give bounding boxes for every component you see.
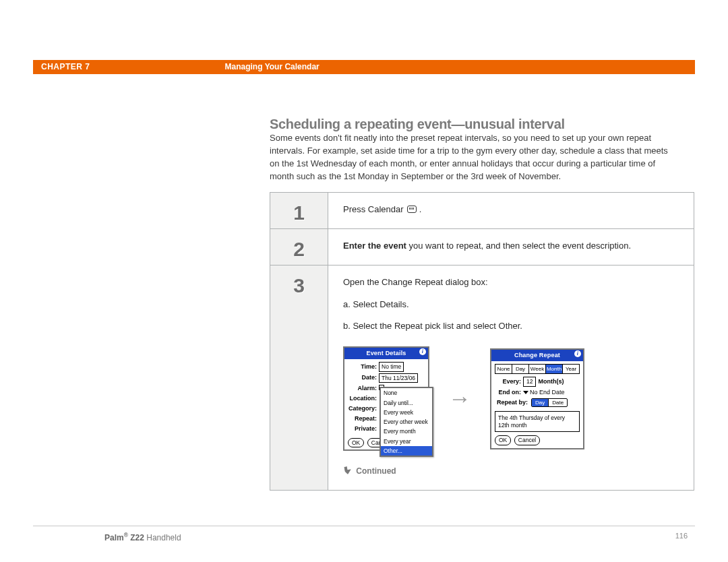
footer-brand: Palm® Z22 Handheld [104, 531, 181, 544]
continued-arrow-icon [343, 466, 351, 474]
page-number: 116 [675, 531, 688, 542]
step1-text-b: . [419, 204, 422, 214]
tab-month[interactable]: Month [546, 365, 563, 374]
lbl-repeat: Repeat: [348, 414, 379, 423]
step2-bold: Enter the event [343, 241, 406, 251]
repeat-tabs[interactable]: None Day Week Month Year [495, 364, 580, 375]
tab-none[interactable]: None [495, 365, 512, 374]
ok-button[interactable]: OK [495, 435, 511, 445]
chapter-label: CHAPTER 7 [41, 61, 90, 73]
event-details-screen: Event Details i Time:No time Date:Thu 11… [343, 346, 429, 451]
end-value[interactable]: No End Date [530, 388, 565, 397]
dd-otherweek[interactable]: Every other week [381, 417, 432, 427]
repeat-summary: The 4th Thursday of every 12th month [495, 411, 580, 432]
continued-label: Continued [343, 466, 679, 477]
ok-button[interactable]: OK [348, 438, 364, 447]
step3-line1: Open the Change Repeat dialog box: [343, 276, 679, 289]
dd-month[interactable]: Every month [381, 427, 432, 436]
step-1: 1 Press Calendar . [270, 193, 694, 229]
lbl-repeatby: Repeat by: [495, 398, 530, 407]
cancel-button[interactable]: Cancel [514, 435, 540, 445]
chapter-title: Managing Your Calendar [225, 61, 320, 73]
unit-label: Month(s) [538, 377, 564, 386]
lbl-location: Location: [348, 394, 379, 403]
lbl-date: Date: [348, 373, 379, 382]
change-repeat-title-text: Change Repeat [514, 352, 560, 358]
lbl-alarm: Alarm: [348, 384, 379, 393]
tab-week[interactable]: Week [529, 365, 546, 374]
chevron-down-icon[interactable] [523, 391, 528, 394]
event-details-title: Event Details i [344, 348, 428, 359]
model: Z22 [130, 533, 144, 542]
repeat-by-segment[interactable]: Day Date [531, 398, 568, 408]
section-intro: Some events don't fit neatly into the pr… [270, 132, 671, 183]
calendar-icon [407, 206, 417, 213]
every-value[interactable]: 12 [523, 377, 536, 386]
repeat-dropdown[interactable]: None Daily until... Every week Every oth… [380, 387, 433, 457]
lbl-every: Every: [495, 377, 523, 386]
change-repeat-body: None Day Week Month Year Every: 12 Month… [491, 361, 583, 436]
continued-text: Continued [356, 466, 396, 476]
screenshots-row: Event Details i Time:No time Date:Thu 11… [343, 346, 679, 451]
tab-year[interactable]: Year [563, 365, 579, 374]
steps-frame: 1 Press Calendar . 2 Enter the event you… [270, 192, 694, 491]
step-body: Enter the event you want to repeat, and … [328, 229, 694, 265]
step-number: 3 [270, 266, 328, 490]
lbl-private: Private: [348, 425, 379, 433]
step-body: Open the Change Repeat dialog box: a. Se… [328, 266, 694, 490]
dd-year[interactable]: Every year [381, 437, 432, 446]
chapter-header: CHAPTER 7 Managing Your Calendar [33, 60, 695, 74]
val-date[interactable]: Thu 11/23/06 [379, 373, 418, 383]
info-icon[interactable]: i [419, 348, 426, 355]
val-time[interactable]: No time [379, 362, 404, 371]
step-number: 1 [270, 193, 328, 228]
change-repeat-screen: Change Repeat i None Day Week Month Year… [490, 348, 584, 449]
step3-a: a. Select Details. [343, 299, 679, 311]
info-icon[interactable]: i [574, 350, 581, 357]
seg-date[interactable]: Date [549, 399, 567, 407]
step1-text-a: Press Calendar [343, 204, 406, 214]
step3-b: b. Select the Repeat pick list and selec… [343, 320, 679, 333]
lbl-time: Time: [348, 363, 379, 371]
footer-rule [33, 526, 695, 526]
dd-daily[interactable]: Daily until... [381, 398, 432, 408]
arrow-right-icon: → [448, 382, 471, 415]
dd-none[interactable]: None [381, 388, 432, 398]
suffix: Handheld [146, 533, 181, 542]
lbl-category: Category: [348, 404, 379, 413]
dd-other[interactable]: Other... [381, 446, 432, 456]
change-repeat-buttons: OK Cancel [491, 435, 583, 447]
step-2: 2 Enter the event you want to repeat, an… [270, 229, 694, 266]
step2-rest: you want to repeat, and then select the … [406, 241, 631, 251]
section-title: Scheduling a repeating event—unusual int… [270, 115, 565, 134]
event-details-title-text: Event Details [366, 350, 406, 356]
step-body: Press Calendar . [328, 193, 694, 228]
dd-week[interactable]: Every week [381, 408, 432, 417]
brand: Palm [104, 533, 124, 542]
step-3: 3 Open the Change Repeat dialog box: a. … [270, 266, 694, 490]
change-repeat-title: Change Repeat i [491, 350, 583, 361]
step-number: 2 [270, 229, 328, 265]
seg-day[interactable]: Day [532, 399, 549, 407]
tab-day[interactable]: Day [512, 365, 529, 374]
lbl-endon: End on: [495, 388, 523, 397]
